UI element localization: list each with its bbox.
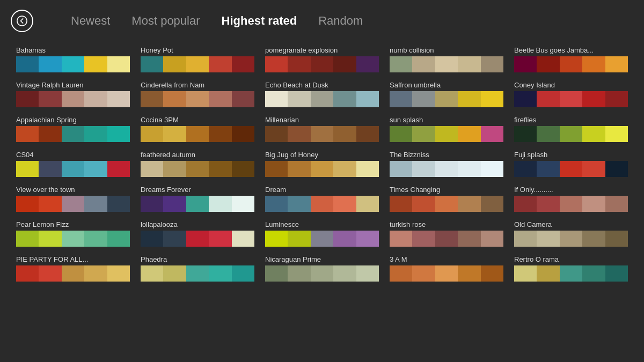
- nav-tab-most-popular[interactable]: Most popular: [131, 14, 200, 28]
- palette-item[interactable]: Honey Pot: [135, 43, 260, 78]
- palette-item[interactable]: Fuji splash: [509, 147, 633, 182]
- back-button[interactable]: [11, 10, 33, 32]
- palette-item[interactable]: Big Jug of Honey: [260, 147, 384, 182]
- color-swatch: [356, 265, 379, 282]
- color-swatch: [537, 196, 559, 212]
- palette-name: numb collision: [390, 46, 503, 54]
- color-swatch: [333, 161, 356, 177]
- palette-item[interactable]: numb collision: [384, 43, 509, 78]
- color-strip: [514, 196, 628, 212]
- palette-item[interactable]: Rertro O rama: [509, 252, 633, 287]
- palette-item[interactable]: Nicaraguan Prime: [260, 252, 384, 287]
- color-swatch: [141, 231, 163, 247]
- color-swatch: [458, 126, 480, 142]
- palette-name: turkish rose: [390, 220, 503, 228]
- color-swatch: [356, 126, 379, 142]
- color-swatch: [333, 56, 356, 72]
- color-swatch: [435, 161, 458, 177]
- palette-name: Beetle Bus goes Jamba...: [514, 46, 628, 54]
- palette-item[interactable]: Old Camera: [509, 217, 633, 252]
- color-swatch: [265, 161, 288, 177]
- palette-item[interactable]: pomegranate explosion: [260, 43, 384, 78]
- palette-item[interactable]: Millenarian: [260, 113, 384, 147]
- palette-item[interactable]: The Bizzniss: [384, 147, 509, 182]
- color-swatch: [514, 91, 537, 107]
- palette-item[interactable]: View over the town: [11, 182, 135, 217]
- color-swatch: [481, 126, 503, 142]
- palette-name: pomegranate explosion: [265, 46, 379, 54]
- nav-tab-highest-rated[interactable]: Highest rated: [222, 14, 297, 28]
- nav-tab-random[interactable]: Random: [318, 14, 363, 28]
- color-swatch: [514, 231, 537, 247]
- color-swatch: [16, 91, 39, 107]
- color-strip: [514, 91, 628, 107]
- color-strip: [390, 126, 503, 142]
- palette-item[interactable]: PIE PARTY FOR ALL...: [11, 252, 135, 287]
- palette-item[interactable]: fireflies: [509, 113, 633, 147]
- color-strip: [514, 126, 628, 142]
- palette-item[interactable]: Luminesce: [260, 217, 384, 252]
- color-strip: [265, 196, 379, 212]
- palette-item[interactable]: Cinderella from Nam: [135, 78, 260, 113]
- color-swatch: [209, 161, 231, 177]
- palette-item[interactable]: Bahamas: [11, 43, 135, 78]
- color-swatch: [84, 196, 107, 212]
- color-swatch: [163, 91, 186, 107]
- color-strip: [265, 91, 379, 107]
- color-swatch: [232, 231, 254, 247]
- palette-item[interactable]: Times Changing: [384, 182, 509, 217]
- color-swatch: [62, 231, 84, 247]
- color-swatch: [390, 161, 412, 177]
- color-swatch: [560, 196, 582, 212]
- palette-item[interactable]: Beetle Bus goes Jamba...: [509, 43, 633, 78]
- palette-item[interactable]: Pear Lemon Fizz: [11, 217, 135, 252]
- color-swatch: [107, 161, 130, 177]
- palette-item[interactable]: lollapalooza: [135, 217, 260, 252]
- color-swatch: [163, 56, 186, 72]
- palette-item[interactable]: Dreams Forever: [135, 182, 260, 217]
- color-swatch: [186, 91, 209, 107]
- palette-name: Cocina 3PM: [141, 116, 254, 124]
- palette-item[interactable]: Appalachian Spring: [11, 113, 135, 147]
- palette-item[interactable]: CS04: [11, 147, 135, 182]
- color-swatch: [141, 161, 163, 177]
- palette-name: Rertro O rama: [514, 255, 628, 263]
- palette-item[interactable]: feathered autumn: [135, 147, 260, 182]
- color-swatch: [390, 126, 412, 142]
- palette-item[interactable]: Dream: [260, 182, 384, 217]
- color-swatch: [107, 56, 130, 72]
- color-swatch: [458, 56, 480, 72]
- color-swatch: [412, 231, 435, 247]
- nav-tab-newest[interactable]: Newest: [71, 14, 110, 28]
- color-strip: [514, 161, 628, 177]
- color-swatch: [39, 161, 61, 177]
- palette-item[interactable]: sun splash: [384, 113, 509, 147]
- color-swatch: [62, 56, 84, 72]
- color-strip: [514, 265, 628, 282]
- color-swatch: [514, 265, 537, 282]
- palette-item[interactable]: Cocina 3PM: [135, 113, 260, 147]
- palette-name: Saffron umbrella: [390, 81, 503, 89]
- palette-item[interactable]: turkish rose: [384, 217, 509, 252]
- color-swatch: [265, 196, 288, 212]
- color-swatch: [186, 231, 209, 247]
- color-swatch: [288, 231, 310, 247]
- color-swatch: [39, 56, 61, 72]
- palette-item[interactable]: If Only..........: [509, 182, 633, 217]
- palette-item[interactable]: Vintage Ralph Lauren: [11, 78, 135, 113]
- palette-item[interactable]: Saffron umbrella: [384, 78, 509, 113]
- color-swatch: [288, 56, 310, 72]
- palette-name: View over the town: [16, 186, 130, 194]
- color-swatch: [186, 56, 209, 72]
- palette-item[interactable]: Echo Beach at Dusk: [260, 78, 384, 113]
- palette-item[interactable]: Phaedra: [135, 252, 260, 287]
- color-swatch: [311, 161, 333, 177]
- palette-item[interactable]: 3 A M: [384, 252, 509, 287]
- color-swatch: [412, 126, 435, 142]
- color-strip: [390, 161, 503, 177]
- color-swatch: [141, 91, 163, 107]
- palette-item[interactable]: Coney Island: [509, 78, 633, 113]
- color-strip: [16, 91, 130, 107]
- color-swatch: [458, 231, 480, 247]
- color-swatch: [481, 161, 503, 177]
